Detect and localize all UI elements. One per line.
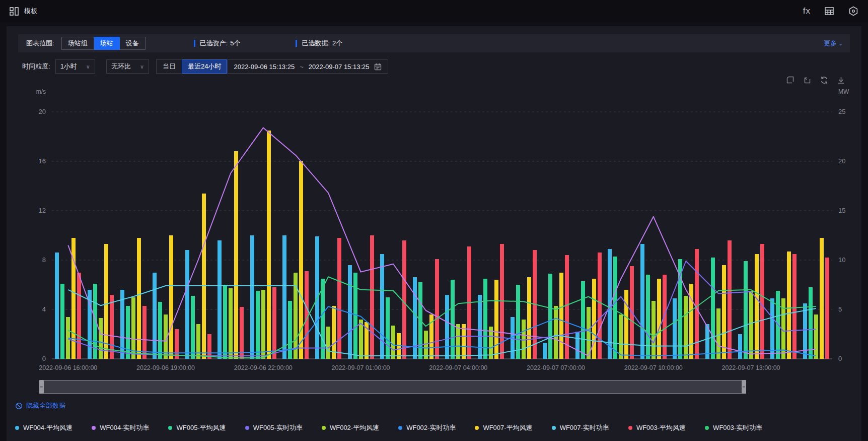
bar[interactable] <box>565 255 569 359</box>
bar[interactable] <box>234 151 238 359</box>
bar[interactable] <box>142 306 147 359</box>
legend-item[interactable]: WF003-平均风速 <box>628 423 686 432</box>
legend-item[interactable]: WF007-实时功率 <box>552 423 609 432</box>
bar[interactable] <box>598 253 602 359</box>
download-icon[interactable] <box>837 76 845 85</box>
bar[interactable] <box>131 297 135 359</box>
bar[interactable] <box>229 288 233 359</box>
bar[interactable] <box>282 235 286 359</box>
bar[interactable] <box>326 327 330 359</box>
bar[interactable] <box>185 250 189 359</box>
bar[interactable] <box>261 290 265 359</box>
bar[interactable] <box>391 326 395 359</box>
bar[interactable] <box>575 332 580 359</box>
bar[interactable] <box>787 251 791 359</box>
bar[interactable] <box>240 307 244 359</box>
legend-item[interactable]: WF007-平均风速 <box>475 423 532 432</box>
bar[interactable] <box>223 285 227 359</box>
bar[interactable] <box>684 296 688 359</box>
bar[interactable] <box>760 244 764 359</box>
bar[interactable] <box>587 307 591 359</box>
fx-formula-icon[interactable]: fx <box>803 6 811 16</box>
compare-select[interactable]: 无环比∨ <box>106 59 149 74</box>
power-line[interactable] <box>68 261 816 356</box>
legend-item[interactable]: WF005-平均风速 <box>168 423 226 432</box>
bar[interactable] <box>272 287 276 359</box>
bar[interactable] <box>689 284 693 359</box>
bar[interactable] <box>250 235 254 359</box>
legend-item[interactable]: WF004-实时功率 <box>92 423 149 432</box>
bar[interactable] <box>196 324 200 359</box>
bar[interactable] <box>218 240 222 359</box>
scope-button[interactable]: 设备 <box>120 37 146 50</box>
power-line[interactable] <box>68 128 816 356</box>
bar[interactable] <box>386 297 390 359</box>
datazoom-left-handle[interactable] <box>39 380 44 394</box>
bar[interactable] <box>456 324 460 359</box>
bar[interactable] <box>348 265 352 359</box>
refresh-icon[interactable] <box>820 76 829 85</box>
date-range-picker[interactable]: 2022-09-06 15:13:25 ~ 2022-09-07 15:13:2… <box>227 59 388 74</box>
legend-item[interactable]: WF002-平均风速 <box>322 423 379 432</box>
bar[interactable] <box>619 314 623 359</box>
bar[interactable] <box>191 296 195 359</box>
bar[interactable] <box>711 258 715 359</box>
bar[interactable] <box>207 334 211 359</box>
legend-item[interactable]: WF002-实时功率 <box>398 423 456 432</box>
zoom-reset-icon[interactable] <box>803 76 812 85</box>
bar[interactable] <box>820 238 824 359</box>
bar[interactable] <box>402 240 406 359</box>
bar[interactable] <box>370 235 374 359</box>
last24h-button[interactable]: 最近24小时 <box>182 59 227 74</box>
bar[interactable] <box>744 261 748 359</box>
bar[interactable] <box>581 281 585 359</box>
hide-all-data-link[interactable]: 隐藏全部数据 <box>15 401 65 410</box>
bar[interactable] <box>559 273 563 359</box>
bar[interactable] <box>104 244 108 359</box>
bar[interactable] <box>256 291 260 359</box>
scope-button[interactable]: 场站组 <box>61 37 94 50</box>
bar[interactable] <box>202 194 206 359</box>
bar[interactable] <box>728 240 732 359</box>
bar[interactable] <box>792 254 797 359</box>
bar[interactable] <box>445 295 449 359</box>
bar[interactable] <box>478 295 482 359</box>
bar[interactable] <box>175 329 179 359</box>
bar[interactable] <box>332 306 336 359</box>
bar[interactable] <box>809 287 813 359</box>
bar[interactable] <box>624 290 628 359</box>
bar[interactable] <box>60 284 64 359</box>
bar[interactable] <box>483 279 487 359</box>
bar[interactable] <box>288 301 292 359</box>
power-line[interactable] <box>68 306 816 356</box>
bar[interactable] <box>722 265 726 359</box>
more-link[interactable]: 更多 ⌄ <box>824 39 843 48</box>
datazoom-right-handle[interactable] <box>742 380 746 394</box>
bar[interactable] <box>646 275 650 359</box>
chart-area[interactable]: 0481216200510152025m/sMW2022-09-06 16:00… <box>7 87 862 372</box>
bar[interactable] <box>755 254 759 359</box>
legend-item[interactable]: WF005-实时功率 <box>245 423 303 432</box>
bar[interactable] <box>158 302 162 359</box>
scope-button[interactable]: 场站 <box>94 37 120 50</box>
legend-item[interactable]: WF004-平均风速 <box>15 423 73 432</box>
bar[interactable] <box>825 258 829 359</box>
bar[interactable] <box>137 238 141 359</box>
bar[interactable] <box>153 273 157 359</box>
bar[interactable] <box>169 235 173 359</box>
bar[interactable] <box>522 320 526 359</box>
bar[interactable] <box>657 279 661 359</box>
bar[interactable] <box>814 314 818 359</box>
table-view-icon[interactable] <box>824 6 835 17</box>
bar[interactable] <box>554 306 558 359</box>
bar[interactable] <box>543 343 547 359</box>
bar[interactable] <box>77 273 81 359</box>
bar[interactable] <box>738 334 742 359</box>
datazoom-slider[interactable] <box>39 380 746 394</box>
power-line[interactable] <box>68 277 816 358</box>
bar[interactable] <box>749 291 753 359</box>
bar[interactable] <box>55 253 59 359</box>
bar[interactable] <box>652 301 656 359</box>
bar[interactable] <box>267 131 271 359</box>
bar[interactable] <box>380 254 384 359</box>
